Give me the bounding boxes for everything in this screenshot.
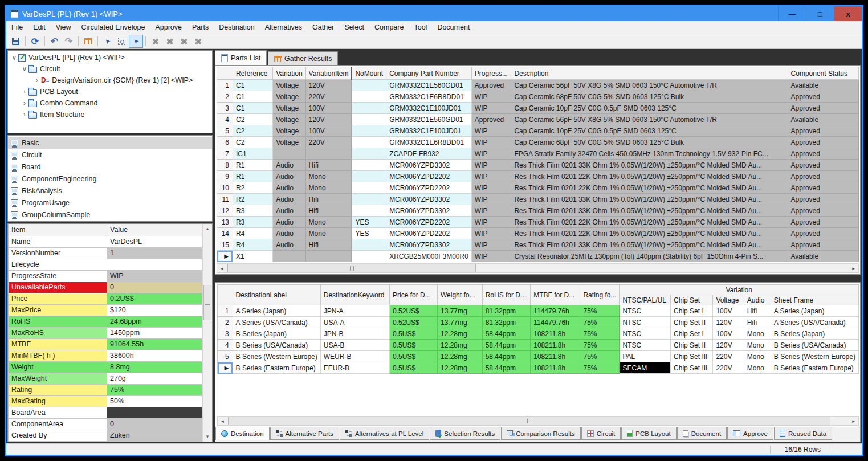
variationitem-cell[interactable]: Mono (305, 217, 352, 228)
rohs-cell[interactable]: 58.44ppm (482, 328, 531, 340)
nomount-cell[interactable] (352, 125, 386, 137)
description-cell[interactable]: Res Thick Film 0201 22K Ohm 1% 0.05W(1/2… (511, 171, 788, 182)
parts-row[interactable]: 11 R2 Audio Hifi MCR006YZPD3302 WIP Res … (217, 194, 859, 205)
variationitem-cell[interactable]: Hifi (305, 194, 352, 205)
parts-row[interactable]: 3 C1 Voltage 100V GRM0332C1E100JD01 WIP … (217, 103, 859, 114)
variationitem-cell[interactable]: 220V (305, 137, 352, 148)
expander-icon[interactable]: › (33, 76, 41, 84)
reference-cell[interactable]: R3 (233, 217, 272, 228)
parts-header-progress[interactable]: Progress... (471, 67, 511, 80)
rohs-cell[interactable]: 58.44ppm (482, 340, 531, 351)
variationitem-cell[interactable]: 120V (305, 80, 352, 91)
destination-header-rating[interactable]: Rating fo... (580, 285, 620, 305)
progress-cell[interactable]: WIP (471, 251, 511, 262)
property-value-cell[interactable]: 270g (107, 373, 202, 384)
expander-icon[interactable]: › (21, 99, 28, 107)
price-cell[interactable]: 0.5US$ (390, 351, 438, 362)
row-number-cell[interactable]: 8 (217, 160, 233, 171)
bottom-tab[interactable]: PCB Layout (621, 427, 676, 440)
parts-header-componentstatus[interactable]: Component Status (788, 67, 858, 80)
expander-icon[interactable]: › (21, 88, 28, 96)
progress-cell[interactable]: Approved (471, 114, 511, 125)
audio-cell[interactable]: Mono (744, 340, 771, 351)
partnumber-cell[interactable]: MCR006YZPD3302 (386, 239, 472, 251)
reference-cell[interactable]: R3 (233, 205, 272, 217)
nomount-cell[interactable] (352, 103, 386, 114)
destination-keyword-cell[interactable]: EEUR-B (320, 362, 389, 374)
properties-header-value[interactable]: Value (107, 224, 202, 236)
variationitem-cell[interactable]: Hifi (305, 160, 352, 171)
row-number-cell[interactable]: 7 (217, 148, 233, 160)
variationitem-cell[interactable]: Hifi (305, 205, 352, 217)
variationitem-cell[interactable]: Mono (305, 182, 352, 194)
reference-cell[interactable]: C1 (233, 80, 272, 91)
parts-header-description[interactable]: Description (511, 67, 788, 80)
tree-item[interactable]: › DesignVariation.cir {SCM} (Rev 1) [2] … (8, 75, 212, 86)
toolbar-button[interactable] (81, 35, 95, 48)
nomount-cell[interactable] (352, 171, 386, 182)
parts-header-variationitem[interactable]: VariationItem (305, 67, 352, 80)
parts-header-reference[interactable]: Reference (233, 67, 272, 80)
price-cell[interactable]: 0.52US$ (390, 317, 438, 328)
sheetframe-cell[interactable]: A Series (Japan) (771, 305, 858, 317)
variation-cell[interactable] (273, 251, 305, 262)
destination-keyword-cell[interactable]: USA-B (320, 340, 389, 351)
sheetframe-cell[interactable]: B Series (Eastern Europe) (771, 362, 858, 374)
toolbar-button[interactable]: ↷ (62, 35, 76, 48)
partnumber-cell[interactable]: GRM0332C1E6R8DD01 (386, 91, 472, 103)
property-name-cell[interactable]: MaxWeight (9, 373, 107, 384)
componentstatus-cell[interactable]: Approved (788, 171, 858, 182)
chipset-cell[interactable]: Chip Set III (671, 351, 713, 362)
row-number-cell[interactable]: 3 (217, 103, 233, 114)
destination-header-ntsc[interactable]: NTSC/PAL/UL (620, 295, 671, 305)
property-value-cell[interactable]: 24.68ppm (107, 316, 202, 327)
parts-row[interactable]: 7 IC1 ZCAPDF-FB932 WIP FPGA Stratix Fami… (217, 148, 859, 160)
scroll-down-icon[interactable]: ▾ (203, 432, 212, 442)
variationitem-cell[interactable] (305, 251, 352, 262)
variation-cell[interactable]: Audio (273, 171, 305, 182)
scroll-track[interactable] (227, 264, 849, 272)
destination-header-chipset[interactable]: Chip Set (671, 295, 713, 305)
parts-row[interactable]: 13 R3 Audio Mono YES MCR006YZPD2202 WIP … (217, 217, 859, 228)
properties-vertical-scrollbar[interactable]: ▴ ▾ (202, 224, 212, 442)
variation-cell[interactable]: Audio (273, 228, 305, 239)
scroll-right-icon[interactable]: ▸ (849, 266, 858, 271)
property-value-cell[interactable]: 0.2US$ (107, 293, 202, 304)
property-value-cell[interactable]: 1 (107, 247, 202, 259)
componentstatus-cell[interactable]: Approved (788, 148, 858, 160)
menu-item[interactable]: Destination (214, 21, 260, 34)
destination-label-cell[interactable]: A Series (Japan) (233, 305, 320, 317)
componentstatus-cell[interactable]: Approved (788, 137, 858, 148)
property-value-cell[interactable]: 91064.55h (107, 338, 202, 350)
view-list-item[interactable]: GroupColumnSample (8, 209, 212, 221)
destination-header-num[interactable] (218, 285, 233, 305)
mtbf-cell[interactable]: 108211.8h (531, 351, 580, 362)
nomount-cell[interactable] (352, 80, 386, 91)
variation-cell[interactable]: Voltage (273, 103, 305, 114)
voltage-cell[interactable]: 220V (713, 362, 744, 374)
destination-label-cell[interactable]: B Series (Western Europe) (233, 351, 320, 362)
reference-cell[interactable]: C2 (233, 137, 272, 148)
properties-header-item[interactable]: Item (9, 224, 107, 236)
destination-keyword-cell[interactable]: JPN-B (320, 328, 389, 340)
parts-row[interactable]: 9 R1 Audio Mono MCR006YZPD2202 WIP Res T… (217, 171, 859, 182)
view-list-item[interactable]: ProgramUsage (8, 197, 212, 209)
progress-cell[interactable]: Approved (471, 80, 511, 91)
variationitem-cell[interactable]: 100V (305, 125, 352, 137)
ntsc-pal-ul-cell[interactable]: NTSC (620, 328, 671, 340)
description-cell[interactable]: Cap Ceramic 10pF 25V C0G 0.5pF SMD 0603 … (511, 125, 788, 137)
variation-cell[interactable]: Voltage (273, 137, 305, 148)
progress-cell[interactable]: WIP (471, 194, 511, 205)
ntsc-pal-ul-cell[interactable]: SECAM (620, 362, 671, 374)
destination-header-rohs[interactable]: RoHS for D... (482, 285, 531, 305)
nomount-cell[interactable]: YES (352, 217, 386, 228)
row-number-cell[interactable]: 13 (217, 217, 233, 228)
property-value-cell[interactable]: WIP (107, 270, 202, 282)
variationitem-cell[interactable] (305, 148, 352, 160)
mtbf-cell[interactable]: 108211.8h (531, 340, 580, 351)
componentstatus-cell[interactable]: Available (788, 80, 858, 91)
destination-header-sheetframe[interactable]: Sheet Frame (771, 295, 858, 305)
variationitem-cell[interactable]: 100V (305, 103, 352, 114)
componentstatus-cell[interactable]: Approved (788, 103, 858, 114)
variationitem-cell[interactable]: 120V (305, 114, 352, 125)
